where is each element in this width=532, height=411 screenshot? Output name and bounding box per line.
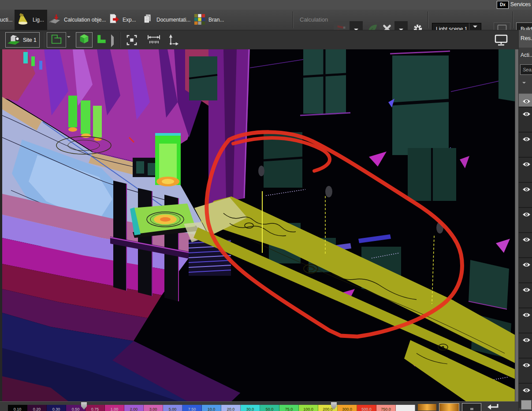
reset-scale-button[interactable]	[485, 403, 501, 411]
view-2d-button[interactable]	[93, 32, 109, 48]
scale-swatch: 5.00	[163, 405, 182, 411]
scale-swatch: 10.0	[202, 405, 221, 411]
site-selector-button[interactable]: Site 1	[5, 32, 40, 48]
results-panel: Res... Acti... Sea...	[518, 30, 532, 411]
active-section-label: Acti...	[521, 52, 532, 58]
visibility-eye-icon[interactable]	[522, 261, 531, 269]
scale-swatch: 0.30	[47, 405, 66, 411]
tab-export[interactable]: Exp...	[107, 10, 138, 30]
viewbar-separator	[43, 32, 44, 48]
result-row[interactable]	[519, 333, 532, 358]
view-expand-arrow[interactable]	[111, 37, 116, 45]
zoom-fit-icon	[125, 40, 138, 48]
falsecolor-style-button[interactable]	[418, 404, 436, 411]
tab-construction[interactable]: ucti...	[0, 10, 15, 30]
scale-swatch: 300.0	[338, 405, 357, 411]
results-panel-header[interactable]: Res...	[519, 30, 532, 48]
dialux-logo-icon: Dx	[497, 1, 509, 9]
display-output-button[interactable]	[494, 33, 509, 48]
chevron-down-icon	[67, 36, 71, 47]
visibility-eye-icon[interactable]	[522, 362, 531, 369]
tab-documentation[interactable]: Documentati...	[142, 10, 191, 30]
tab-documentation-label: Documentati...	[156, 17, 190, 23]
toolbar-separator	[428, 11, 428, 28]
scale-swatch: 0.75	[86, 405, 105, 411]
visibility-eye-icon[interactable]	[522, 111, 531, 118]
toolbar-separator	[293, 11, 293, 28]
visibility-eye-icon[interactable]	[522, 337, 531, 344]
visibility-eye-icon[interactable]	[522, 286, 531, 294]
toolbar-separator	[513, 11, 513, 28]
export-document-icon	[107, 13, 119, 27]
visibility-eye-icon[interactable]	[522, 236, 531, 244]
false-color-scene	[2, 49, 515, 401]
vertical-axis-icon	[167, 40, 180, 48]
view-toolbar: Site 1	[0, 30, 518, 50]
scale-swatch: 2.00	[124, 405, 144, 411]
scale-swatch: 1.00	[105, 405, 124, 411]
falsecolor-style-button-selected[interactable]	[439, 403, 459, 411]
view-3d-button[interactable]	[76, 32, 93, 48]
tab-construction-label: ucti...	[0, 17, 13, 23]
tab-light[interactable]: Lig...	[15, 10, 47, 30]
spotlight-icon	[17, 13, 30, 27]
result-row[interactable]	[519, 282, 532, 307]
viewport-panel-gutter[interactable]	[515, 49, 518, 401]
zoom-fit-button[interactable]	[125, 34, 138, 48]
result-row[interactable]	[519, 307, 532, 333]
result-row[interactable]	[519, 257, 532, 282]
main-toolbar: ucti... Lig... Calculation obje... Exp..…	[0, 10, 532, 30]
tab-branding-label: Bran...	[208, 17, 224, 23]
result-row[interactable]	[519, 157, 532, 182]
result-row[interactable]	[519, 107, 532, 132]
visibility-eye-icon[interactable]	[522, 211, 531, 218]
result-row[interactable]	[519, 207, 532, 232]
panel-corner-button[interactable]	[521, 400, 532, 410]
falsecolor-scale: 0.100.200.300.500.751.002.003.005.007.50…	[8, 405, 415, 411]
menu-bar: Dx Services	[0, 0, 532, 10]
return-arrow-icon	[486, 402, 499, 411]
measure-button[interactable]	[146, 34, 161, 48]
visibility-eye-icon[interactable]	[522, 387, 531, 394]
viewbar-separator	[120, 32, 120, 48]
floorplan-dropdown[interactable]	[67, 38, 71, 46]
result-row[interactable]	[519, 358, 532, 383]
tab-export-label: Exp...	[123, 17, 136, 23]
3d-viewport[interactable]	[0, 49, 515, 401]
scale-swatch	[396, 405, 415, 411]
chevron-down-icon	[473, 26, 477, 30]
visibility-row-list	[519, 93, 532, 408]
falsecolor-off-glyph	[470, 408, 473, 410]
panel-dropdown[interactable]	[522, 84, 526, 92]
cube-3d-icon	[78, 33, 91, 48]
visibility-eye-icon[interactable]	[522, 311, 531, 319]
scale-swatch: 20.0	[221, 405, 241, 411]
result-row[interactable]	[519, 182, 532, 207]
chevron-down-icon	[522, 82, 526, 93]
scale-swatch: 0.20	[27, 405, 47, 411]
chevron-right-icon	[111, 34, 116, 47]
ruler-measure-icon	[146, 40, 161, 48]
visibility-eye-icon[interactable]	[522, 186, 531, 193]
visibility-eye-icon[interactable]	[522, 98, 531, 105]
services-menu[interactable]: Services	[510, 1, 531, 7]
search-input[interactable]: Sea...	[520, 64, 532, 75]
height-tool-button[interactable]	[167, 34, 180, 48]
visibility-eye-icon[interactable]	[522, 136, 531, 143]
floorplan-view-button[interactable]	[47, 32, 66, 48]
scale-swatch: 100.0	[299, 405, 318, 411]
tab-light-label: Lig...	[33, 17, 44, 23]
falsecolor-off-button[interactable]	[462, 403, 481, 411]
visibility-eye-icon[interactable]	[522, 161, 531, 168]
floorplan-icon	[50, 33, 63, 47]
scale-swatch: 75.0	[279, 405, 299, 411]
falsecolor-scale-bar: 0.100.200.300.500.751.002.003.005.007.50…	[0, 401, 518, 411]
result-row[interactable]	[519, 132, 532, 157]
result-row[interactable]	[519, 93, 532, 107]
tab-calculation-objects-label: Calculation obje...	[64, 17, 106, 23]
calculation-label: Calculation	[300, 10, 328, 30]
tab-branding[interactable]: Bran...	[194, 10, 231, 30]
calculation-surface-icon	[48, 13, 61, 27]
tab-calculation-objects[interactable]: Calculation obje...	[48, 10, 107, 30]
result-row[interactable]	[519, 232, 532, 257]
